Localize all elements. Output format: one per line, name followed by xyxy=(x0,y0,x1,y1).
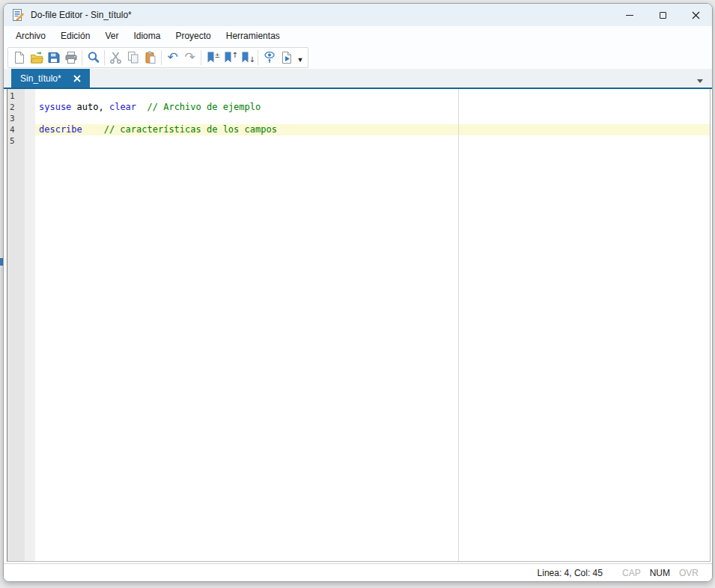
menu-archivo[interactable]: Archivo xyxy=(8,28,53,44)
code-line[interactable]: sysuse auto, clear // Archivo de ejemplo xyxy=(35,102,710,113)
menu-ver[interactable]: Ver xyxy=(97,28,126,44)
paste-icon xyxy=(143,50,158,65)
statusbar: Linea: 4, Col: 45 CAP NUM OVR xyxy=(4,563,712,581)
redo-icon: ↷ xyxy=(184,51,195,64)
titlebar: Do-file Editor - Sin_título* xyxy=(4,4,712,26)
bookmark-down-icon: ↓ xyxy=(240,50,255,65)
line-number[interactable]: 5 xyxy=(10,135,25,147)
toolbar-separator xyxy=(201,50,201,65)
caps-lock-indicator: CAP xyxy=(622,568,641,578)
toolbar-separator xyxy=(258,50,258,65)
copy-button[interactable] xyxy=(124,49,142,67)
close-button[interactable] xyxy=(679,4,712,26)
num-lock-indicator: NUM xyxy=(650,568,670,578)
print-icon xyxy=(64,50,79,65)
maximize-icon xyxy=(660,12,666,19)
tabbar: Sin_título* xyxy=(4,69,712,89)
redo-button[interactable]: ↷ xyxy=(181,49,198,67)
copy-icon xyxy=(126,50,141,65)
do-execute-icon xyxy=(279,50,294,65)
window-title: Do-file Editor - Sin_título* xyxy=(31,10,132,20)
bookmark-toggle-icon: ± xyxy=(205,50,220,65)
previous-bookmark-button[interactable]: ↑ xyxy=(221,49,238,67)
svg-text:±: ± xyxy=(214,52,220,59)
code-segment-command: clear xyxy=(109,102,136,112)
do-button[interactable] xyxy=(278,49,295,67)
paste-button[interactable] xyxy=(142,49,159,67)
do-file-editor-window: Do-file Editor - Sin_título* Archivo Edi… xyxy=(3,3,713,582)
code-segment-command: sysuse xyxy=(39,102,71,112)
code-line[interactable] xyxy=(35,135,710,147)
tab-list-dropdown-icon[interactable] xyxy=(697,79,703,83)
tab-sin-titulo[interactable]: Sin_título* xyxy=(11,69,90,88)
line-number[interactable]: 3 xyxy=(10,113,25,124)
code-segment-command: describe xyxy=(39,124,82,135)
run-eye-icon xyxy=(262,50,277,65)
line-number[interactable]: 2 xyxy=(10,102,25,113)
do-file-editor-icon xyxy=(11,8,25,22)
bookmark-up-icon: ↑ xyxy=(222,50,237,65)
minimize-icon xyxy=(626,15,633,16)
line-number[interactable]: 1 xyxy=(10,91,25,102)
fold-margin[interactable] xyxy=(25,89,35,561)
close-icon xyxy=(692,11,700,19)
cut-icon xyxy=(109,50,124,65)
search-icon xyxy=(86,50,101,65)
undo-icon: ↶ xyxy=(167,51,177,64)
open-folder-icon xyxy=(29,50,44,65)
cursor-position: Linea: 4, Col: 45 xyxy=(538,568,603,578)
svg-text:↑: ↑ xyxy=(231,51,237,59)
svg-text:↓: ↓ xyxy=(249,55,255,64)
toolbar-separator xyxy=(104,50,105,65)
run-button[interactable] xyxy=(261,49,278,67)
toolbar-separator xyxy=(161,50,162,65)
find-button[interactable] xyxy=(85,49,102,67)
save-button[interactable] xyxy=(45,49,62,67)
editor: 12345 sysuse auto, clear // Archivo de e… xyxy=(7,89,711,562)
undo-button[interactable]: ↶ xyxy=(164,49,181,67)
tab-close-icon[interactable] xyxy=(73,75,81,82)
open-file-button[interactable] xyxy=(28,49,45,67)
toolbar-row: ↶ ↷ ± ↑ ↓ xyxy=(4,46,712,69)
line-number[interactable]: 4 xyxy=(10,124,25,135)
chevron-down-icon: ▼ xyxy=(297,52,304,64)
next-bookmark-button[interactable]: ↓ xyxy=(238,49,255,67)
cut-button[interactable] xyxy=(107,49,124,67)
code-line[interactable] xyxy=(35,113,710,124)
toggle-bookmark-button[interactable]: ± xyxy=(204,49,221,67)
maximize-button[interactable] xyxy=(646,4,679,26)
toolbar: ↶ ↷ ± ↑ ↓ xyxy=(7,47,308,68)
save-icon xyxy=(46,50,61,65)
new-file-button[interactable] xyxy=(10,49,28,67)
menu-idioma[interactable]: Idioma xyxy=(126,28,168,44)
code-line-current[interactable]: describe // características de los campo… xyxy=(35,124,710,135)
menu-edicion[interactable]: Edición xyxy=(53,28,97,44)
tab-label: Sin_título* xyxy=(20,73,61,84)
code-segment-comment: // Archivo de ejemplo xyxy=(136,102,261,112)
code-line[interactable] xyxy=(35,91,710,102)
line-number-gutter[interactable]: 12345 xyxy=(7,89,25,561)
code-segment-plain: auto, xyxy=(71,102,109,112)
toolbar-separator xyxy=(82,50,82,65)
long-line-guide xyxy=(458,89,459,561)
menubar: Archivo Edición Ver Idioma Proyecto Herr… xyxy=(4,26,712,46)
overwrite-indicator: OVR xyxy=(679,568,699,578)
new-file-icon xyxy=(12,50,27,65)
menu-proyecto[interactable]: Proyecto xyxy=(168,28,218,44)
minimize-button[interactable] xyxy=(613,4,646,26)
menu-herramientas[interactable]: Herramientas xyxy=(219,28,287,44)
code-segment-comment: // características de los campos xyxy=(82,124,277,135)
do-menu-button[interactable]: ▼ xyxy=(295,49,305,67)
code-text-area[interactable]: sysuse auto, clear // Archivo de ejemplo… xyxy=(35,89,710,561)
print-button[interactable] xyxy=(62,49,79,67)
